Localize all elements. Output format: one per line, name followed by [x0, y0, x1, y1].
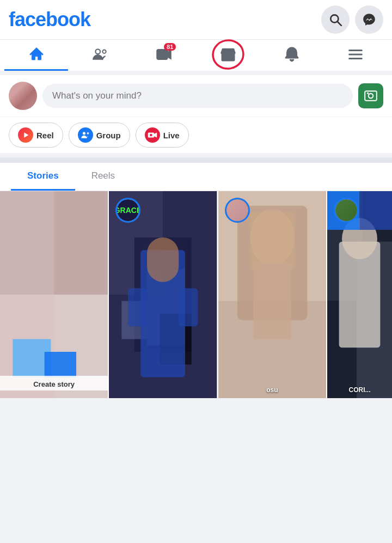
nav-video[interactable]: 81: [132, 40, 196, 71]
reel-play-icon: [21, 131, 30, 139]
reel-icon: [18, 127, 33, 143]
svg-rect-27: [45, 352, 76, 377]
svg-rect-4: [157, 50, 168, 59]
reel-button[interactable]: Reel: [9, 123, 63, 148]
create-story-card[interactable]: Create story: [0, 191, 109, 398]
story-user2[interactable]: osu: [218, 191, 327, 398]
story-avatar-user2: [225, 198, 250, 223]
group-icon: [78, 127, 93, 143]
nav-friends[interactable]: [68, 40, 132, 71]
svg-text:GRACE: GRACE: [117, 206, 139, 215]
story-avatar-user3: [334, 198, 359, 223]
story-label-user2: osu: [220, 386, 324, 394]
svg-point-3: [102, 50, 106, 53]
user2-avatar-inner: [226, 199, 248, 221]
video-badge: 81: [164, 43, 176, 51]
nav-menu[interactable]: [324, 40, 388, 71]
svg-point-20: [150, 134, 152, 137]
photo-button[interactable]: [358, 83, 383, 108]
svg-point-44: [250, 209, 295, 266]
svg-rect-12: [365, 91, 377, 100]
search-icon: [328, 13, 342, 27]
post-box: [0, 75, 392, 117]
tab-stories[interactable]: Stories: [11, 163, 75, 191]
svg-line-1: [338, 22, 341, 26]
facebook-logo: facebook: [9, 8, 90, 31]
section-divider: [0, 157, 392, 163]
svg-rect-5: [222, 53, 234, 61]
svg-point-2: [95, 49, 100, 54]
svg-rect-23: [54, 191, 108, 295]
search-button[interactable]: [321, 5, 350, 34]
user-avatar: [9, 82, 37, 110]
create-story-image: [0, 191, 108, 398]
svg-rect-35: [147, 237, 179, 282]
nav-notifications[interactable]: [260, 40, 323, 71]
user3-avatar-inner: [335, 199, 357, 221]
user3-story-image: [327, 191, 392, 398]
live-icon: [145, 127, 160, 143]
menu-icon: [347, 46, 364, 63]
live-camera-icon: [148, 131, 157, 139]
svg-point-16: [83, 132, 85, 135]
content-tabs: Stories Reels: [0, 163, 392, 191]
svg-point-13: [369, 94, 373, 99]
create-story-label: Create story: [0, 376, 108, 391]
story-user3[interactable]: CORI...: [327, 191, 392, 398]
nav-marketplace[interactable]: [196, 40, 260, 71]
user3-story-bg: [327, 191, 392, 398]
live-label: Live: [163, 131, 180, 140]
tab-reels[interactable]: Reels: [75, 163, 131, 191]
group-people-icon: [81, 131, 90, 139]
photo-icon: [364, 89, 378, 103]
group-label: Group: [96, 131, 121, 140]
marketplace-icon: [220, 46, 236, 63]
messenger-button[interactable]: [355, 5, 383, 34]
messenger-icon: [362, 13, 376, 27]
story-grace[interactable]: GRACE: [109, 191, 218, 398]
svg-point-14: [367, 93, 369, 94]
svg-marker-15: [24, 132, 28, 137]
svg-marker-19: [154, 133, 157, 138]
live-button[interactable]: Live: [136, 123, 189, 148]
reel-label: Reel: [36, 131, 54, 140]
stories-grid: Create story GRACE: [0, 191, 392, 398]
notifications-icon: [284, 46, 300, 63]
svg-rect-52: [359, 191, 392, 230]
main-nav: 81: [0, 39, 392, 71]
post-input[interactable]: [42, 84, 353, 108]
grace-avatar-image: GRACE: [117, 199, 139, 221]
home-icon: [28, 46, 45, 63]
create-story-bg: [0, 191, 108, 398]
header: facebook: [0, 0, 392, 39]
story-label-user3: CORI...: [329, 386, 390, 394]
svg-rect-37: [179, 288, 198, 326]
nav-home[interactable]: [4, 40, 68, 71]
group-button[interactable]: Group: [69, 123, 130, 148]
story-avatar-grace: GRACE: [115, 198, 140, 223]
friends-icon: [92, 46, 108, 63]
header-icon-group: [321, 5, 383, 34]
action-bar: Reel Group Live: [0, 117, 392, 153]
svg-rect-22: [0, 191, 54, 295]
svg-point-17: [87, 132, 89, 135]
svg-rect-45: [253, 263, 291, 339]
svg-rect-36: [128, 288, 147, 326]
